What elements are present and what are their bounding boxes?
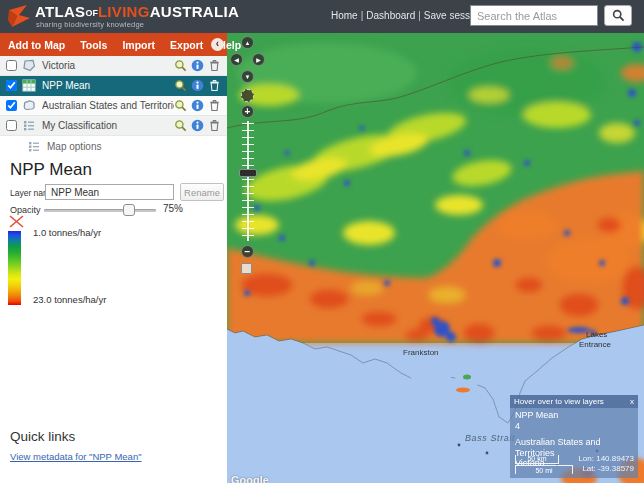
delete-layer-icon[interactable] bbox=[208, 119, 221, 132]
cursor-coordinates: Lon: 140.89473 Lat: -39.38579 bbox=[578, 454, 634, 474]
map-options-item[interactable]: Map options bbox=[0, 136, 227, 156]
nav-separator: | bbox=[361, 10, 364, 21]
layer-checkbox[interactable] bbox=[6, 80, 17, 91]
brand-atlas: ATLAS bbox=[35, 3, 85, 20]
layer-row-australian-states[interactable]: Australian States and Territories bbox=[0, 96, 227, 116]
map-label-frankston: Frankston bbox=[403, 348, 439, 357]
info-layer-value: 4 bbox=[515, 421, 633, 432]
quick-links-title: Quick links bbox=[10, 429, 75, 444]
list-layer-icon bbox=[22, 119, 36, 132]
info-layer-name: NPP Mean bbox=[515, 410, 633, 421]
opacity-slider-handle[interactable] bbox=[123, 204, 135, 216]
map-label-lakes-entrance: Lakes bbox=[586, 330, 607, 339]
legend-gradient-bar bbox=[8, 231, 21, 305]
map-canvas[interactable]: Lakes Entrance Frankston Bass Strait ▲ ◀… bbox=[227, 33, 644, 483]
western-port-bay bbox=[455, 370, 479, 390]
nav-dashboard[interactable]: Dashboard bbox=[366, 10, 415, 21]
scale-mi-label: 50 mi bbox=[515, 465, 573, 474]
map-options-label: Map options bbox=[47, 141, 101, 152]
search-button[interactable] bbox=[604, 5, 632, 26]
view-metadata-link[interactable]: View metadata for "NPP Mean" bbox=[10, 451, 142, 462]
map-label-lakes-entrance: Entrance bbox=[579, 340, 612, 349]
menu-import[interactable]: Import bbox=[122, 39, 155, 51]
info-icon[interactable] bbox=[191, 59, 204, 72]
list-icon bbox=[27, 140, 41, 153]
zoom-slider-ticks[interactable] bbox=[242, 123, 254, 241]
zoom-extent-button[interactable] bbox=[241, 89, 254, 102]
sidebar-collapse-button[interactable]: ‹ bbox=[211, 38, 224, 51]
map-info-panel: Hover over to view layers x NPP Mean 4 A… bbox=[510, 395, 638, 478]
grid-layer-icon bbox=[22, 79, 36, 92]
layer-label: Victoria bbox=[42, 60, 174, 71]
remove-legend-icon[interactable] bbox=[8, 214, 25, 229]
layer-row-npp-mean[interactable]: NPP Mean bbox=[0, 76, 227, 96]
layer-label: Australian States and Territories bbox=[42, 100, 174, 111]
zoom-slider-handle[interactable] bbox=[239, 169, 257, 177]
longitude-readout: Lon: 140.89473 bbox=[578, 454, 634, 464]
layer-label: NPP Mean bbox=[42, 80, 174, 91]
search-input[interactable] bbox=[470, 5, 598, 26]
info-panel-title: Hover over to view layers bbox=[514, 397, 604, 406]
brand-living: LIVING bbox=[98, 3, 150, 20]
layer-checkbox[interactable] bbox=[6, 100, 17, 111]
panel-title: NPP Mean bbox=[10, 160, 92, 180]
pan-left-button[interactable]: ◀ bbox=[230, 53, 243, 66]
brand-australia: AUSTRALIA bbox=[150, 3, 239, 20]
legend-max-label: 23.0 tonnes/ha/yr bbox=[33, 294, 106, 305]
zoom-to-layer-icon[interactable] bbox=[174, 99, 187, 112]
delete-layer-icon[interactable] bbox=[208, 99, 221, 112]
menu-add-to-map[interactable]: Add to Map bbox=[8, 39, 65, 51]
brand-of: OF bbox=[85, 8, 98, 18]
layer-list: Victoria NPP Mean Australian States and … bbox=[0, 56, 227, 156]
layer-checkbox[interactable] bbox=[6, 60, 17, 71]
sidebar-menubar: Add to Map Tools Import Export Help ‹ bbox=[0, 33, 227, 56]
delete-layer-icon[interactable] bbox=[208, 59, 221, 72]
nav-home[interactable]: Home bbox=[331, 10, 358, 21]
search-icon bbox=[612, 9, 625, 22]
polygon-layer-icon bbox=[22, 99, 36, 112]
layer-label: My Classification bbox=[42, 120, 174, 131]
delete-layer-icon[interactable] bbox=[208, 79, 221, 92]
pan-up-button[interactable]: ▲ bbox=[241, 36, 254, 49]
info-icon[interactable] bbox=[191, 79, 204, 92]
close-icon[interactable]: x bbox=[630, 397, 634, 406]
zoom-out-button[interactable]: − bbox=[241, 245, 254, 258]
layer-name-input[interactable] bbox=[45, 184, 174, 200]
info-icon[interactable] bbox=[191, 99, 204, 112]
app-header: ATLASOFLIVINGAUSTRALIA sharing biodivers… bbox=[0, 0, 644, 33]
pan-down-button[interactable]: ▼ bbox=[241, 70, 254, 83]
pan-right-button[interactable]: ▶ bbox=[252, 53, 265, 66]
layer-checkbox[interactable] bbox=[6, 120, 17, 131]
zoom-to-layer-icon[interactable] bbox=[174, 119, 187, 132]
layer-row-my-classification[interactable]: My Classification bbox=[0, 116, 227, 136]
zoom-in-button[interactable]: + bbox=[241, 105, 254, 118]
latitude-readout: Lat: -39.38579 bbox=[578, 464, 634, 474]
legend-min-label: 1.0 tonnes/ha/yr bbox=[33, 227, 101, 238]
overview-map-toggle[interactable] bbox=[241, 263, 252, 274]
layer-row-victoria[interactable]: Victoria bbox=[0, 56, 227, 76]
brand-tagline: sharing biodiversity knowledge bbox=[36, 20, 144, 29]
opacity-slider-track[interactable] bbox=[44, 209, 156, 212]
menu-tools[interactable]: Tools bbox=[80, 39, 107, 51]
scale-bar: 50 km 50 mi bbox=[515, 455, 573, 474]
scale-km-label: 50 km bbox=[515, 455, 559, 464]
opacity-value: 75% bbox=[163, 203, 183, 214]
info-icon[interactable] bbox=[191, 119, 204, 132]
map-label-bass-strait: Bass Strait bbox=[465, 433, 515, 443]
zoom-to-layer-icon[interactable] bbox=[174, 59, 187, 72]
menu-export[interactable]: Export bbox=[170, 39, 203, 51]
nav-separator: | bbox=[418, 10, 421, 21]
polygon-layer-icon bbox=[22, 59, 36, 72]
brand-title: ATLASOFLIVINGAUSTRALIA bbox=[35, 4, 239, 21]
ala-logo-icon bbox=[7, 4, 32, 29]
zoom-to-layer-icon[interactable] bbox=[174, 79, 187, 92]
rename-button[interactable]: Rename bbox=[180, 183, 224, 201]
